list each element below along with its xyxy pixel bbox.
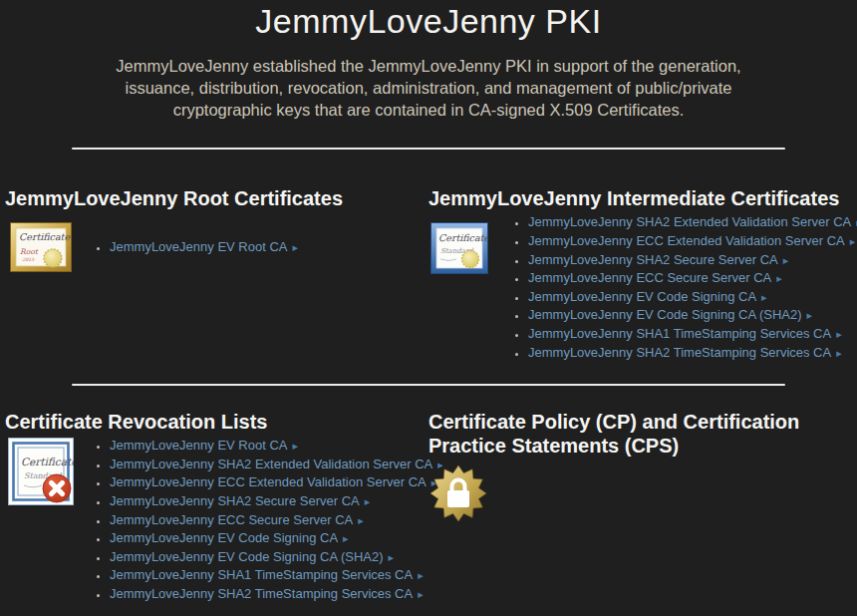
page-header: JemmyLoveJenny PKI JemmyLoveJenny establ…	[0, 2, 857, 121]
cert-link-item: JemmyLoveJenny EV Code Signing CA (SHA2)…	[110, 548, 443, 567]
cert-link-item: JemmyLoveJenny EV Code Signing CA (SHA2)…	[528, 306, 857, 325]
intermediate-certificates-list: JemmyLoveJenny SHA2 Extended Validation …	[500, 213, 857, 362]
svg-text:Certificate: Certificate	[21, 456, 74, 467]
svg-text:Certificate: Certificate	[438, 232, 488, 243]
cert-link-item: JemmyLoveJenny SHA2 TimeStamping Service…	[110, 585, 443, 604]
chevron-right-icon: ▸	[836, 328, 842, 340]
revocation-lists-list: JemmyLoveJenny EV Root CA▸JemmyLoveJenny…	[82, 437, 443, 603]
svg-text:-2013-: -2013-	[21, 257, 36, 262]
root-certificates-heading: JemmyLoveJenny Root Certificates	[5, 186, 428, 210]
cp-cps-heading: Certificate Policy (CP) and Certificatio…	[428, 410, 805, 458]
chevron-right-icon: ▸	[389, 551, 395, 563]
chevron-right-icon: ▸	[418, 588, 424, 600]
cert-link-item: JemmyLoveJenny EV Root CA▸	[110, 238, 298, 257]
cert-link[interactable]: JemmyLoveJenny SHA2 Secure Server CA	[528, 252, 778, 267]
cert-link[interactable]: JemmyLoveJenny EV Code Signing CA (SHA2)	[528, 307, 802, 322]
intro-text: JemmyLoveJenny established the JemmyLove…	[80, 56, 777, 121]
main-content: JemmyLoveJenny Root Certificates Cert	[0, 186, 857, 616]
intermediate-certificates-content: Certificate Standard JemmyLoveJenny SHA2…	[428, 213, 857, 362]
section-cp-cps: Certificate Policy (CP) and Certificatio…	[428, 410, 857, 521]
cert-link-item: JemmyLoveJenny EV Code Signing CA▸	[528, 288, 857, 307]
cert-link[interactable]: JemmyLoveJenny SHA2 TimeStamping Service…	[110, 586, 413, 601]
cert-link-item: JemmyLoveJenny SHA2 TimeStamping Service…	[528, 344, 857, 363]
policy-lock-seal-icon	[430, 465, 486, 521]
cert-link[interactable]: JemmyLoveJenny EV Code Signing CA	[528, 289, 756, 304]
cert-link-item: JemmyLoveJenny ECC Extended Validation S…	[110, 473, 443, 492]
cert-link-item: JemmyLoveJenny SHA2 Secure Server CA▸	[110, 492, 443, 511]
cert-link[interactable]: JemmyLoveJenny SHA2 Extended Validation …	[110, 457, 432, 471]
chevron-right-icon: ▸	[343, 532, 349, 544]
section-root-certificates: JemmyLoveJenny Root Certificates Cert	[0, 186, 428, 272]
cert-link-item: JemmyLoveJenny EV Root CA▸	[110, 437, 443, 456]
divider	[72, 148, 785, 150]
page-title: JemmyLoveJenny PKI	[0, 2, 857, 41]
certificates-row: JemmyLoveJenny Root Certificates Cert	[0, 186, 857, 362]
section-intermediate-certificates: JemmyLoveJenny Intermediate Certificates…	[428, 186, 857, 362]
chevron-right-icon: ▸	[365, 495, 371, 507]
cert-link[interactable]: JemmyLoveJenny EV Root CA	[110, 438, 287, 453]
chevron-right-icon: ▸	[761, 291, 767, 303]
cert-link[interactable]: JemmyLoveJenny ECC Secure Server CA	[110, 512, 353, 527]
chevron-right-icon: ▸	[418, 569, 424, 581]
certificate-root-icon: Certificate Root -2013-	[10, 222, 72, 272]
revocation-policy-row: Certificate Revocation Lists Certificate…	[0, 410, 857, 603]
cert-link[interactable]: JemmyLoveJenny SHA2 Extended Validation …	[528, 214, 851, 229]
chevron-right-icon: ▸	[776, 272, 782, 284]
chevron-right-icon: ▸	[850, 235, 856, 247]
cert-link[interactable]: JemmyLoveJenny ECC Secure Server CA	[528, 270, 771, 285]
cert-link[interactable]: JemmyLoveJenny SHA1 TimeStamping Service…	[528, 326, 831, 341]
cert-link[interactable]: JemmyLoveJenny EV Code Signing CA (SHA2)	[110, 549, 384, 564]
intermediate-certificates-heading: JemmyLoveJenny Intermediate Certificates	[428, 186, 857, 210]
chevron-right-icon: ▸	[783, 254, 789, 266]
revocation-lists-heading: Certificate Revocation Lists	[5, 410, 428, 434]
revocation-lists-content: Certificate Standard JemmyLoveJenny EV R…	[5, 437, 428, 603]
root-certificates-content: Certificate Root -2013- JemmyLoveJenny E…	[5, 222, 428, 272]
cert-link[interactable]: JemmyLoveJenny EV Root CA	[110, 239, 287, 254]
chevron-right-icon: ▸	[292, 241, 298, 253]
cert-link-item: JemmyLoveJenny ECC Secure Server CA▸	[528, 269, 857, 288]
chevron-right-icon: ▸	[836, 347, 842, 359]
cert-link[interactable]: JemmyLoveJenny SHA2 Secure Server CA	[110, 493, 360, 508]
cert-link-item: JemmyLoveJenny EV Code Signing CA▸	[110, 529, 443, 548]
svg-text:Root: Root	[20, 247, 39, 256]
divider	[72, 384, 785, 386]
cert-link-item: JemmyLoveJenny SHA2 Extended Validation …	[528, 213, 857, 232]
cert-link-item: JemmyLoveJenny SHA1 TimeStamping Service…	[110, 566, 443, 585]
cert-link-item: JemmyLoveJenny SHA2 Secure Server CA▸	[528, 251, 857, 270]
root-certificates-list: JemmyLoveJenny EV Root CA▸	[82, 238, 298, 257]
cert-link[interactable]: JemmyLoveJenny ECC Extended Validation S…	[528, 233, 845, 248]
cert-link[interactable]: JemmyLoveJenny SHA1 TimeStamping Service…	[110, 567, 413, 582]
cert-link[interactable]: JemmyLoveJenny SHA2 TimeStamping Service…	[528, 345, 831, 360]
certificate-revoked-icon: Certificate Standard	[8, 438, 74, 505]
certificate-standard-icon: Certificate Standard	[430, 222, 488, 274]
cert-link-item: JemmyLoveJenny SHA2 Extended Validation …	[110, 456, 443, 474]
cert-link[interactable]: JemmyLoveJenny ECC Extended Validation S…	[110, 474, 427, 489]
chevron-right-icon: ▸	[358, 514, 364, 526]
section-revocation-lists: Certificate Revocation Lists Certificate…	[0, 410, 428, 603]
cert-link-item: JemmyLoveJenny ECC Extended Validation S…	[528, 232, 857, 251]
chevron-right-icon: ▸	[807, 309, 813, 321]
cert-link[interactable]: JemmyLoveJenny EV Code Signing CA	[110, 530, 338, 545]
cert-link-item: JemmyLoveJenny ECC Secure Server CA▸	[110, 511, 443, 530]
cert-link-item: JemmyLoveJenny SHA1 TimeStamping Service…	[528, 325, 857, 344]
chevron-right-icon: ▸	[292, 440, 298, 452]
svg-text:Certificate: Certificate	[19, 231, 71, 242]
